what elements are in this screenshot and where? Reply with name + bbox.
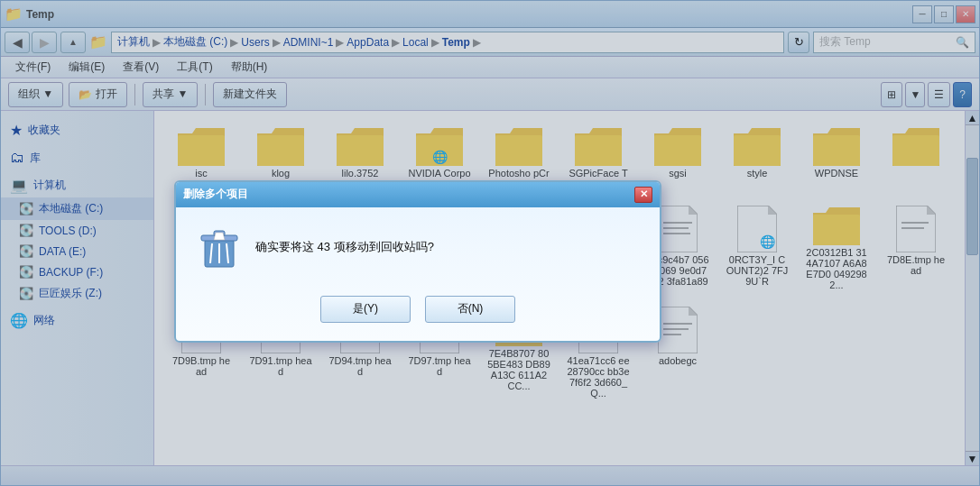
dialog-title: 删除多个项目 [183, 187, 248, 202]
dialog-titlebar: 删除多个项目 ✕ [176, 182, 660, 207]
dialog-message: 确实要将这 43 项移动到回收站吗? [255, 239, 638, 255]
dialog-buttons: 是(Y) 否(N) [176, 287, 660, 341]
recycle-bin-icon [198, 225, 241, 269]
dialog-overlay: 删除多个项目 ✕ [1, 1, 979, 485]
explorer-window: 📁 Temp ─ □ ✕ ◀ ▶ ▲ 📁 计算机 ▶ 本地磁盘 (C:) ▶ U… [0, 0, 980, 486]
no-button[interactable]: 否(N) [425, 296, 515, 323]
delete-dialog: 删除多个项目 ✕ [174, 180, 661, 343]
yes-button[interactable]: 是(Y) [320, 296, 411, 323]
dialog-close-button[interactable]: ✕ [634, 187, 652, 203]
svg-marker-84 [214, 233, 225, 240]
dialog-body: 确实要将这 43 项移动到回收站吗? [176, 207, 660, 287]
